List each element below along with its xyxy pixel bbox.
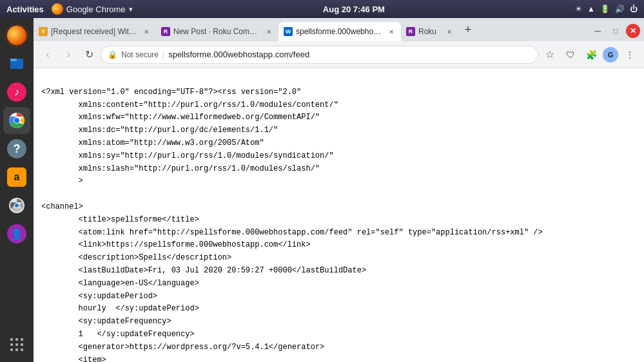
tab-spellsforme[interactable]: W spellsforme.000webhost... ✕ bbox=[278, 22, 401, 41]
xml-line19: <sy:updateFrequency> bbox=[60, 317, 171, 326]
xml-content: <?xml version="1.0" encoding="UTF-8"?><r… bbox=[34, 68, 644, 362]
xml-line12: <atom:link href="http://spellsforme.000w… bbox=[60, 228, 543, 237]
xml-line3: xmlns:wfw="http://www.wellformedweb.org/… bbox=[41, 113, 320, 122]
tab-roku-post-close[interactable]: ✕ bbox=[264, 27, 273, 36]
xml-line1: <?xml version="1.0" encoding="UTF-8"?><r… bbox=[41, 88, 301, 97]
address-text: spellsforme.000webhostapp.com/feed bbox=[168, 50, 309, 59]
wifi-icon: ▲ bbox=[587, 5, 595, 14]
svg-rect-1 bbox=[10, 59, 17, 61]
shield-button[interactable]: 🛡 bbox=[561, 46, 580, 64]
dock-item-apps[interactable] bbox=[3, 331, 30, 358]
tab-witch-close[interactable]: ✕ bbox=[142, 27, 151, 36]
dock-item-firefox[interactable] bbox=[3, 22, 30, 49]
tab-roku-post[interactable]: R New Post · Roku Commun... ✕ bbox=[156, 22, 278, 41]
svg-rect-8 bbox=[10, 338, 13, 341]
svg-point-4 bbox=[14, 118, 19, 123]
xml-line2: xmlns:content="http://purl.org/rss/1.0/m… bbox=[41, 100, 338, 110]
datetime-label: Aug 20 7:46 PM bbox=[323, 5, 385, 14]
xml-line5: xmlns:atom="http://www.w3.org/2005/Atom" bbox=[41, 138, 264, 148]
xml-line8: > bbox=[41, 176, 83, 186]
app-name-label: Google Chrome bbox=[66, 5, 126, 14]
activities-button[interactable]: Activities bbox=[6, 5, 44, 14]
dock-item-music[interactable]: ♪ bbox=[3, 79, 30, 106]
xml-line14: <description>Spells</description> bbox=[60, 253, 231, 262]
svg-rect-14 bbox=[10, 348, 13, 351]
xml-line20: 1 </sy:updateFrequency> bbox=[60, 330, 195, 339]
xml-line17: <sy:updatePeriod> bbox=[60, 292, 157, 301]
lock-icon: 🔒 bbox=[108, 50, 117, 59]
xml-line11: <title>spellsforme</title> bbox=[60, 215, 199, 224]
address-bar[interactable]: 🔒 Not secure | spellsforme.000webhostapp… bbox=[101, 46, 538, 64]
svg-rect-15 bbox=[15, 348, 18, 351]
brightness-icon: ☀ bbox=[575, 5, 582, 14]
dock-item-contacts[interactable]: 👤 bbox=[3, 220, 30, 247]
bookmark-button[interactable]: ☆ bbox=[541, 46, 559, 64]
minimize-button[interactable]: ─ bbox=[590, 23, 605, 39]
xml-line16: <language>en-US</language> bbox=[60, 279, 199, 288]
dock-item-chrome[interactable] bbox=[3, 107, 30, 134]
tab-roku-label: Roku bbox=[418, 27, 442, 36]
os-dock: ♪ ? a 👤 bbox=[0, 18, 34, 362]
browser-toolbar: ‹ › ↻ 🔒 Not secure | spellsforme.000webh… bbox=[34, 41, 644, 68]
tab-bar: Y [Request received] Witch... ✕ R New Po… bbox=[34, 18, 644, 41]
xml-line6: xmlns:sy="http://purl.org/rss/1.0/module… bbox=[41, 151, 334, 160]
sound-icon: 🔊 bbox=[615, 5, 625, 14]
tab-witch[interactable]: Y [Request received] Witch... ✕ bbox=[34, 22, 156, 41]
forward-button[interactable]: › bbox=[59, 46, 77, 64]
xml-line22: <item> bbox=[60, 356, 106, 362]
xml-line15: <lastBuildDate>Fri, 03 Jul 2020 20:59:27… bbox=[60, 266, 366, 275]
xml-line10: <channel> bbox=[41, 202, 83, 211]
svg-rect-11 bbox=[10, 343, 13, 346]
os-top-bar: Activities Google Chrome ▾ Aug 20 7:46 P… bbox=[0, 0, 644, 18]
tab-spellsforme-label: spellsforme.000webhost... bbox=[296, 27, 384, 36]
new-tab-button[interactable]: + bbox=[459, 21, 477, 39]
xml-line4: xmlns:dc="http://purl.org/dc/elements/1.… bbox=[41, 126, 278, 135]
battery-icon: 🔋 bbox=[600, 5, 610, 14]
extension-button[interactable]: 🧩 bbox=[582, 46, 600, 64]
dock-item-chromium[interactable] bbox=[3, 192, 30, 219]
dock-item-files[interactable] bbox=[3, 50, 30, 77]
dock-item-amazon[interactable]: a bbox=[3, 164, 30, 191]
svg-rect-12 bbox=[15, 343, 18, 346]
tab-roku[interactable]: R Roku ✕ bbox=[401, 22, 459, 41]
not-secure-label: Not secure bbox=[121, 50, 159, 59]
browser-window: Y [Request received] Witch... ✕ R New Po… bbox=[34, 18, 644, 362]
svg-rect-10 bbox=[21, 338, 23, 341]
svg-point-7 bbox=[15, 204, 19, 207]
tab-roku-close[interactable]: ✕ bbox=[445, 27, 454, 36]
xml-line7: xmlns:slash="http://purl.org/rss/1.0/mod… bbox=[41, 164, 320, 173]
xml-line13: <link>https://spellsforme.000webhostapp.… bbox=[60, 240, 311, 249]
dock-item-help[interactable]: ? bbox=[3, 135, 30, 162]
xml-line18: hourly </sy:updatePeriod> bbox=[60, 304, 199, 313]
power-icon: ⏻ bbox=[630, 5, 638, 14]
tab-roku-post-label: New Post · Roku Commun... bbox=[173, 27, 261, 36]
back-button[interactable]: ‹ bbox=[39, 46, 57, 64]
reload-button[interactable]: ↻ bbox=[80, 46, 98, 64]
svg-rect-9 bbox=[15, 338, 18, 341]
svg-rect-16 bbox=[21, 348, 23, 351]
close-window-button[interactable]: ✕ bbox=[626, 24, 640, 38]
profile-avatar[interactable]: G bbox=[603, 47, 618, 62]
restore-button[interactable]: □ bbox=[608, 23, 623, 39]
tab-witch-label: [Request received] Witch... bbox=[51, 27, 139, 36]
tab-spellsforme-close[interactable]: ✕ bbox=[387, 27, 396, 36]
xml-line21: <generator>https://wordpress.org/?v=5.4.… bbox=[60, 343, 324, 352]
svg-rect-13 bbox=[21, 343, 23, 346]
menu-button[interactable]: ⋮ bbox=[621, 46, 639, 64]
